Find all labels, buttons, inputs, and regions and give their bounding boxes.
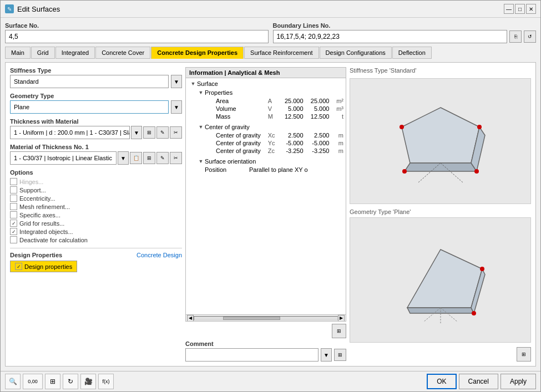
xc-name: Center of gravity	[205, 132, 268, 139]
apply-button[interactable]: Apply	[500, 374, 536, 389]
eccentricity-label: Eccentricity...	[19, 195, 55, 202]
preview-icon-button[interactable]: ⊞	[517, 347, 531, 362]
support-checkbox[interactable]	[10, 186, 17, 194]
xc-symbol: Xc	[268, 132, 277, 139]
maximize-button[interactable]: □	[515, 4, 525, 14]
boundary-copy-button[interactable]: ⎘	[509, 30, 522, 43]
tab-design-configurations[interactable]: Design Configurations	[320, 47, 392, 59]
thickness-group: Thickness with Material 1 - Uniform | d …	[10, 118, 182, 139]
design-props-button-label: Design properties	[24, 263, 72, 270]
area-row: Area A 25.000 25.000 m²	[204, 97, 345, 105]
formula-button[interactable]: f(x)	[98, 374, 114, 389]
option-hinges: Hinges...	[10, 178, 182, 185]
properties-tree-item[interactable]: ▼ Properties	[196, 88, 345, 97]
position-row: Position Parallel to plane XY o	[204, 166, 345, 174]
geometry-type-group: Geometry Type Plane ▼	[10, 93, 182, 114]
window-title: Edit Surfaces	[17, 5, 60, 13]
orientation-label: Surface orientation	[205, 158, 256, 165]
material-icon4[interactable]: ✂	[170, 152, 182, 164]
edit-surfaces-window: ✎ Edit Surfaces — □ ✕ Surface No. Bounda…	[0, 0, 541, 392]
stiffness-preview-svg	[385, 96, 496, 185]
ok-button[interactable]: OK	[427, 374, 456, 389]
thickness-dropdown-button[interactable]: ▼	[131, 126, 142, 139]
mass-symbol: M	[268, 113, 277, 120]
stiffness-dropdown-button[interactable]: ▼	[171, 75, 182, 88]
thickness-value: 1 - Uniform | d : 200.0 mm | 1 - C30/37 …	[14, 129, 130, 136]
thickness-label: Thickness with Material	[10, 118, 182, 125]
material-group: Material of Thickness No. 1 1 - C30/37 |…	[10, 144, 182, 165]
scrollbar-track[interactable]	[194, 316, 338, 320]
scroll-left-button[interactable]: ◀	[187, 315, 194, 322]
scrollbar-thumb[interactable]	[223, 317, 280, 320]
zc-name: Center of gravity	[205, 147, 268, 154]
comment-label: Comment	[185, 340, 346, 347]
rotate-button[interactable]: ↻	[63, 374, 78, 389]
design-props-header: Design Properties Concrete Design	[10, 252, 182, 258]
app-icon: ✎	[5, 4, 14, 13]
camera-button[interactable]: 🎥	[80, 374, 96, 389]
info-content: ▼ Surface ▼ Properties	[186, 78, 346, 314]
geometry-dropdown-button[interactable]: ▼	[171, 100, 182, 114]
surface-no-input[interactable]	[5, 30, 269, 43]
tab-main[interactable]: Main	[5, 47, 31, 59]
comment-icon-btn[interactable]: ⊞	[334, 349, 346, 361]
tab-surface-reinforcement[interactable]: Surface Reinforcement	[244, 47, 319, 59]
material-icon1[interactable]: 📋	[130, 152, 142, 164]
svg-marker-0	[402, 108, 479, 163]
deactivate-checkbox[interactable]	[10, 236, 17, 243]
design-properties-button[interactable]: Design properties	[10, 261, 77, 272]
xc-val1: 2.500	[277, 132, 304, 139]
close-button[interactable]: ✕	[526, 4, 536, 14]
integrated-objects-checkbox[interactable]	[10, 228, 17, 235]
yc-unit: m	[329, 140, 343, 146]
specific-axes-checkbox[interactable]	[10, 211, 17, 218]
surface-toggle: ▼	[189, 80, 197, 88]
comment-dropdown[interactable]: ▼	[321, 348, 332, 362]
material-dropdown-button[interactable]: ▼	[118, 151, 129, 165]
material-icon2[interactable]: ⊞	[143, 152, 155, 164]
orientation-toggle: ▼	[197, 157, 205, 165]
zc-val1: -3.250	[277, 147, 304, 154]
hinges-label: Hinges...	[19, 179, 43, 185]
volume-val2: 5.000	[304, 105, 330, 112]
cog-tree-item[interactable]: ▼ Center of gravity	[196, 123, 345, 131]
search-toolbar-button[interactable]: 🔍	[5, 374, 21, 389]
table-icon-button[interactable]: ⊞	[332, 324, 346, 338]
boundary-lines-input[interactable]	[273, 30, 508, 43]
concrete-design-link[interactable]: Concrete Design	[136, 252, 182, 258]
hinges-checkbox[interactable]	[10, 178, 17, 185]
grid-results-label: Grid for results...	[19, 220, 64, 227]
coordinates-button[interactable]: 0,00	[23, 374, 43, 389]
geometry-type-label: Geometry Type	[10, 93, 182, 99]
thickness-icon3[interactable]: ✂	[170, 126, 182, 139]
tab-concrete-cover[interactable]: Concrete Cover	[95, 47, 150, 59]
main-content: Surface No. Boundary Lines No. ⎘ ↺ Main …	[1, 18, 540, 371]
cog-toggle: ▼	[197, 123, 205, 131]
tab-grid[interactable]: Grid	[31, 47, 55, 59]
horizontal-scrollbar[interactable]: ◀ ▶	[186, 314, 346, 321]
thickness-row: 1 - Uniform | d : 200.0 mm | 1 - C30/37 …	[10, 126, 182, 139]
surface-no-label: Surface No.	[5, 22, 269, 29]
grid-results-checkbox[interactable]	[10, 220, 17, 227]
title-bar-left: ✎ Edit Surfaces	[5, 4, 60, 13]
mass-val1: 12.500	[277, 113, 304, 120]
cancel-button[interactable]: Cancel	[459, 374, 498, 389]
material-icon3[interactable]: ✎	[156, 152, 169, 164]
boundary-refresh-button[interactable]: ↺	[524, 30, 536, 43]
eccentricity-checkbox[interactable]	[10, 195, 17, 202]
geometry-preview-label: Geometry Type 'Plane'	[350, 208, 531, 215]
orientation-tree-item[interactable]: ▼ Surface orientation	[196, 157, 345, 166]
tab-integrated[interactable]: Integrated	[55, 47, 95, 59]
thickness-icon1[interactable]: ⊞	[143, 126, 155, 139]
surface-tree-item[interactable]: ▼ Surface	[187, 79, 345, 88]
thickness-icon2[interactable]: ✎	[156, 126, 169, 139]
scroll-right-button[interactable]: ▶	[338, 315, 345, 322]
grid-snap-button[interactable]: ⊞	[45, 374, 60, 389]
tab-concrete-design[interactable]: Concrete Design Properties	[151, 47, 244, 59]
properties-label: Properties	[205, 89, 232, 96]
yc-symbol: Yc	[268, 140, 277, 146]
minimize-button[interactable]: —	[504, 4, 514, 14]
mesh-refinement-checkbox[interactable]	[10, 203, 17, 210]
tab-deflection[interactable]: Deflection	[392, 47, 432, 59]
top-fields: Surface No. Boundary Lines No. ⎘ ↺	[5, 22, 536, 43]
